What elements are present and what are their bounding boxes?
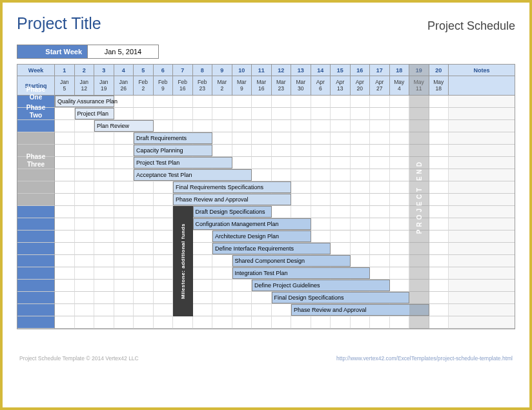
grid-cell[interactable] <box>154 231 174 243</box>
grid-cell[interactable] <box>55 292 75 304</box>
notes-cell[interactable] <box>449 280 515 292</box>
grid-cell[interactable] <box>351 206 371 218</box>
grid-cell[interactable] <box>409 181 429 194</box>
grid-cell[interactable] <box>429 157 449 169</box>
grid-cell[interactable] <box>55 231 75 243</box>
grid-cell[interactable] <box>331 206 351 218</box>
grid-cell[interactable] <box>94 316 114 329</box>
grid-cell[interactable] <box>212 145 232 157</box>
grid-cell[interactable] <box>75 255 95 267</box>
notes-cell[interactable] <box>449 267 515 280</box>
grid-cell[interactable] <box>134 243 154 255</box>
notes-cell[interactable] <box>449 108 515 120</box>
grid-cell[interactable] <box>114 181 134 194</box>
grid-cell[interactable] <box>409 316 429 329</box>
grid-cell[interactable] <box>193 96 213 108</box>
grid-cell[interactable] <box>134 194 154 206</box>
grid-cell[interactable] <box>311 157 331 169</box>
grid-cell[interactable] <box>55 243 75 255</box>
task-bar[interactable]: Architecture Design Plan <box>212 231 311 242</box>
grid-cell[interactable] <box>212 96 232 108</box>
grid-cell[interactable] <box>272 157 292 169</box>
grid-cell[interactable] <box>114 243 134 255</box>
notes-cell[interactable] <box>449 120 515 132</box>
grid-cell[interactable] <box>331 218 351 231</box>
grid-cell[interactable] <box>134 231 154 243</box>
task-bar[interactable]: Shared Component Design <box>232 255 351 267</box>
grid-cell[interactable] <box>55 304 75 316</box>
footer-link[interactable]: http://www.vertex42.com/ExcelTemplates/p… <box>336 355 513 362</box>
grid-cell[interactable] <box>311 181 331 194</box>
grid-cell[interactable] <box>291 145 311 157</box>
grid-cell[interactable] <box>134 255 154 267</box>
grid-cell[interactable] <box>55 218 75 231</box>
grid-cell[interactable] <box>232 316 252 329</box>
task-bar[interactable]: Final Requirements Specifications <box>173 181 291 193</box>
grid-cell[interactable] <box>94 206 114 218</box>
grid-cell[interactable] <box>291 96 311 108</box>
grid-cell[interactable] <box>370 194 390 206</box>
grid-cell[interactable] <box>252 292 272 304</box>
grid-cell[interactable] <box>390 181 410 194</box>
grid-cell[interactable] <box>193 292 213 304</box>
grid-cell[interactable] <box>75 132 95 145</box>
notes-cell[interactable] <box>449 96 515 108</box>
grid-cell[interactable] <box>429 169 449 181</box>
task-bar[interactable]: Plan Review <box>94 120 154 132</box>
grid-cell[interactable] <box>114 157 134 169</box>
grid-cell[interactable] <box>154 255 174 267</box>
grid-cell[interactable] <box>291 157 311 169</box>
grid-cell[interactable] <box>429 292 449 304</box>
grid-cell[interactable] <box>429 255 449 267</box>
grid-cell[interactable] <box>351 194 371 206</box>
grid-cell[interactable] <box>94 145 114 157</box>
grid-cell[interactable] <box>75 169 95 181</box>
grid-cell[interactable] <box>212 108 232 120</box>
grid-cell[interactable] <box>311 120 331 132</box>
grid-cell[interactable] <box>154 304 174 316</box>
grid-cell[interactable] <box>212 316 232 329</box>
grid-cell[interactable] <box>252 169 272 181</box>
grid-cell[interactable] <box>252 120 272 132</box>
grid-cell[interactable] <box>291 132 311 145</box>
grid-cell[interactable] <box>390 280 410 292</box>
grid-cell[interactable] <box>173 120 193 132</box>
grid-cell[interactable] <box>409 157 429 169</box>
grid-cell[interactable] <box>390 194 410 206</box>
grid-cell[interactable] <box>429 181 449 194</box>
grid-cell[interactable] <box>193 120 213 132</box>
notes-cell[interactable] <box>449 194 515 206</box>
grid-cell[interactable] <box>212 120 232 132</box>
grid-cell[interactable] <box>114 108 134 120</box>
grid-cell[interactable] <box>272 304 292 316</box>
grid-cell[interactable] <box>351 96 371 108</box>
grid-cell[interactable] <box>114 132 134 145</box>
grid-cell[interactable] <box>272 206 292 218</box>
grid-cell[interactable] <box>94 280 114 292</box>
grid-cell[interactable] <box>212 267 232 280</box>
grid-cell[interactable] <box>114 231 134 243</box>
grid-cell[interactable] <box>114 292 134 304</box>
grid-cell[interactable] <box>409 96 429 108</box>
notes-cell[interactable] <box>449 243 515 255</box>
notes-cell[interactable] <box>449 132 515 145</box>
grid-cell[interactable] <box>351 145 371 157</box>
grid-cell[interactable] <box>291 181 311 194</box>
grid-cell[interactable] <box>94 304 114 316</box>
notes-cell[interactable] <box>449 304 515 316</box>
grid-cell[interactable] <box>409 120 429 132</box>
grid-cell[interactable] <box>370 96 390 108</box>
grid-cell[interactable] <box>134 280 154 292</box>
grid-cell[interactable] <box>351 218 371 231</box>
grid-cell[interactable] <box>193 316 213 329</box>
grid-cell[interactable] <box>193 255 213 267</box>
grid-cell[interactable] <box>114 316 134 329</box>
grid-cell[interactable] <box>331 145 351 157</box>
grid-cell[interactable] <box>291 169 311 181</box>
grid-cell[interactable] <box>370 120 390 132</box>
grid-cell[interactable] <box>55 169 75 181</box>
notes-cell[interactable] <box>449 157 515 169</box>
grid-cell[interactable] <box>370 206 390 218</box>
grid-cell[interactable] <box>429 304 449 316</box>
grid-cell[interactable] <box>409 255 429 267</box>
